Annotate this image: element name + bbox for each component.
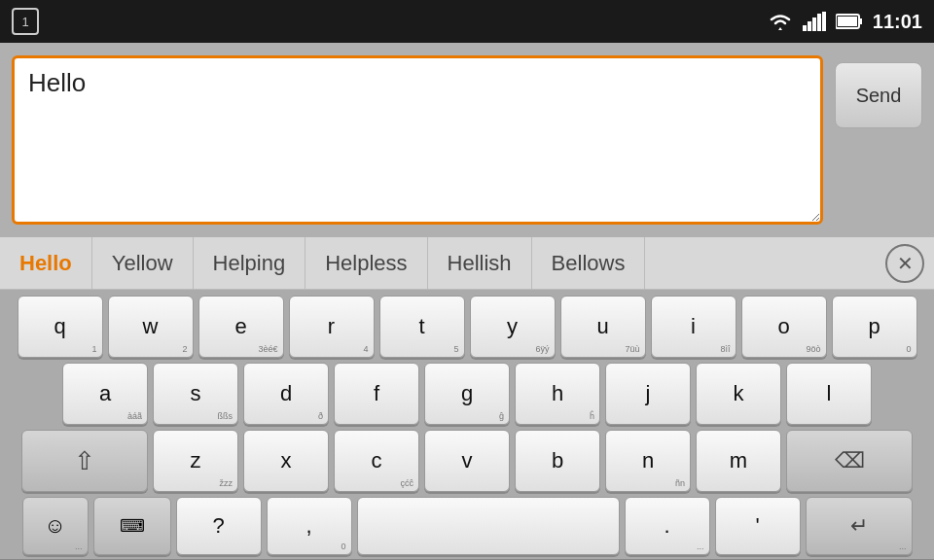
message-input[interactable]: Hello [12, 55, 823, 225]
enter-icon: ↵ [850, 513, 868, 539]
send-button[interactable]: Send [835, 62, 922, 128]
key-r[interactable]: r4 [289, 296, 375, 358]
key-n[interactable]: nñn [605, 430, 691, 492]
key-v[interactable]: v [424, 430, 510, 492]
key-q[interactable]: q1 [18, 296, 103, 358]
key-k[interactable]: k [696, 363, 781, 425]
key-c[interactable]: cçćĉ [334, 430, 419, 492]
key-backspace[interactable]: ⌫ [786, 430, 913, 492]
battery-icon [836, 13, 863, 30]
autocomplete-item-bellows[interactable]: Bellows [532, 237, 646, 289]
svg-rect-4 [822, 12, 826, 31]
svg-rect-1 [808, 21, 811, 31]
shift-icon: ⇧ [74, 446, 95, 476]
svg-rect-7 [838, 17, 857, 26]
close-x-icon: ✕ [897, 252, 914, 275]
key-period[interactable]: .... [625, 497, 710, 555]
autocomplete-item-yellow[interactable]: Yellow [92, 237, 194, 289]
backspace-icon: ⌫ [835, 448, 865, 473]
keyboard-row-3: ⇧zžzzxcçćĉvbnñnm⌫ [4, 430, 930, 492]
clock: 11:01 [873, 11, 922, 33]
key-b[interactable]: b [515, 430, 600, 492]
keyboard-row-2: aàáãsßßsdðfgĝhĥjkl [4, 363, 930, 425]
keyboard-row-1: q1w2e3èé€r4t5y6ÿýu7üùi8ìîo9öòp0 [4, 296, 930, 358]
key-i[interactable]: i8ìî [651, 296, 736, 358]
key-space[interactable] [357, 497, 620, 555]
key-emoji[interactable]: ☺... [22, 497, 89, 555]
signal-icon [803, 12, 826, 31]
key-shift[interactable]: ⇧ [21, 430, 148, 492]
key-t[interactable]: t5 [379, 296, 465, 358]
key-p[interactable]: p0 [832, 296, 917, 358]
key-g[interactable]: gĝ [424, 363, 510, 425]
key-keyboard-toggle[interactable]: ⌨ [93, 497, 171, 555]
autocomplete-item-helping[interactable]: Helping [194, 237, 306, 289]
status-right: 11:01 [768, 11, 922, 33]
autocomplete-bar: HelloYellowHelpingHelplessHellishBellows… [0, 237, 934, 290]
key-s[interactable]: sßßs [153, 363, 238, 425]
key-question[interactable]: ? [176, 497, 262, 555]
notification-icon: 1 [12, 8, 39, 35]
key-x[interactable]: x [243, 430, 329, 492]
key-l[interactable]: l [786, 363, 872, 425]
key-comma[interactable]: ,0 [267, 497, 352, 555]
key-d[interactable]: dð [243, 363, 329, 425]
svg-rect-3 [817, 14, 821, 31]
keyboard: q1w2e3èé€r4t5y6ÿýu7üùi8ìîo9öòp0 aàáãsßßs… [0, 290, 934, 559]
key-m[interactable]: m [696, 430, 781, 492]
key-z[interactable]: zžzz [153, 430, 238, 492]
keyboard-icon: ⌨ [120, 515, 145, 537]
key-j[interactable]: j [605, 363, 691, 425]
key-a[interactable]: aàáã [62, 363, 148, 425]
svg-rect-2 [812, 18, 816, 31]
status-left: 1 [12, 8, 39, 35]
svg-rect-0 [803, 25, 807, 31]
wifi-icon [768, 12, 793, 31]
key-h[interactable]: hĥ [515, 363, 600, 425]
autocomplete-item-hello[interactable]: Hello [0, 237, 92, 289]
key-f[interactable]: f [334, 363, 419, 425]
svg-rect-6 [859, 18, 862, 24]
autocomplete-close-button[interactable]: ✕ [885, 244, 924, 283]
key-e[interactable]: e3èé€ [198, 296, 284, 358]
key-enter[interactable]: ↵... [806, 497, 913, 555]
input-area: Hello Send [0, 43, 934, 237]
status-bar: 1 11:01 [0, 0, 934, 43]
key-w[interactable]: w2 [108, 296, 194, 358]
autocomplete-item-helpless[interactable]: Helpless [305, 237, 427, 289]
key-o[interactable]: o9öò [741, 296, 827, 358]
key-u[interactable]: u7üù [560, 296, 646, 358]
key-apostrophe[interactable]: ' [715, 497, 801, 555]
keyboard-row-4: ☺...⌨?,0....'↵... [4, 497, 930, 555]
emoji-icon: ☺ [44, 513, 65, 539]
autocomplete-item-hellish[interactable]: Hellish [428, 237, 532, 289]
key-y[interactable]: y6ÿý [470, 296, 556, 358]
